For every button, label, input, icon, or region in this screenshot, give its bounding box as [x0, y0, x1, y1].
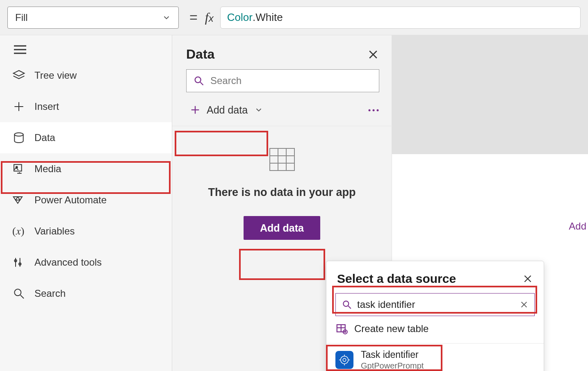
- search-icon: [193, 75, 205, 86]
- ai-model-icon: [335, 351, 353, 369]
- svg-line-35: [348, 306, 351, 309]
- result-subtitle: GptPowerPrompt: [361, 361, 424, 371]
- sidebar-item-label: Insert: [34, 101, 59, 112]
- search-placeholder: Search: [210, 75, 242, 86]
- formula-token-object: Color: [227, 11, 253, 24]
- media-icon: [12, 162, 25, 175]
- tools-icon: [12, 256, 25, 269]
- sidebar-item-label: Tree view: [34, 70, 77, 81]
- data-source-result-item[interactable]: Task identifier GptPowerPrompt: [326, 345, 544, 371]
- search-icon: [12, 287, 25, 300]
- chevron-down-icon: [254, 105, 263, 114]
- database-icon: [12, 131, 25, 144]
- svg-rect-27: [270, 148, 294, 171]
- clear-icon[interactable]: [520, 300, 529, 309]
- sidebar-item-search[interactable]: Search: [0, 278, 172, 309]
- search-value: task identifier: [357, 299, 515, 310]
- svg-marker-10: [18, 197, 22, 200]
- data-empty-state: There is no data in your app Add data: [172, 126, 392, 240]
- svg-point-25: [373, 109, 375, 112]
- svg-marker-9: [14, 197, 18, 200]
- svg-line-21: [201, 82, 203, 85]
- sidebar-item-label: Advanced tools: [34, 257, 102, 268]
- svg-marker-3: [14, 71, 25, 76]
- add-data-button[interactable]: Add data: [244, 216, 320, 240]
- svg-point-26: [377, 109, 379, 112]
- formula-token-dot: .: [253, 11, 255, 24]
- left-sidebar: Tree view Insert Data Media Power Automa…: [0, 35, 172, 371]
- sidebar-item-advanced-tools[interactable]: Advanced tools: [0, 247, 172, 278]
- more-horizontal-icon: [368, 109, 379, 112]
- popup-title: Select a data source: [337, 272, 456, 286]
- variable-icon: (𝑥): [12, 225, 24, 237]
- property-dropdown[interactable]: Fill: [7, 7, 179, 29]
- sidebar-item-label: Search: [34, 288, 66, 299]
- sidebar-item-label: Media: [34, 163, 61, 175]
- formula-input[interactable]: Color.White: [220, 7, 581, 29]
- divider: [326, 343, 544, 344]
- table-icon: [269, 148, 295, 171]
- svg-point-24: [369, 109, 371, 112]
- property-name: Fill: [15, 12, 28, 23]
- add-data-button-label: Add data: [260, 222, 304, 234]
- flow-icon: [12, 193, 25, 207]
- chevron-down-icon: [162, 13, 171, 22]
- add-link[interactable]: Add: [569, 221, 586, 232]
- sidebar-item-media[interactable]: Media: [0, 153, 172, 184]
- sidebar-item-label: Variables: [34, 225, 75, 237]
- fx-label: fx: [205, 10, 214, 25]
- sidebar-item-data[interactable]: Data: [0, 122, 172, 153]
- svg-point-6: [14, 133, 23, 136]
- sidebar-item-label: Power Automate: [34, 194, 107, 206]
- result-name: Task identifier: [361, 349, 424, 360]
- svg-point-16: [14, 289, 21, 296]
- add-data-label: Add data: [207, 104, 248, 116]
- empty-state-message: There is no data in your app: [172, 186, 392, 199]
- select-data-source-popup: Select a data source task identifier Cre…: [326, 261, 544, 371]
- create-table-icon: [335, 323, 348, 335]
- close-icon[interactable]: [522, 273, 533, 284]
- svg-point-45: [343, 358, 346, 362]
- plus-icon: [189, 104, 201, 116]
- hamburger-button[interactable]: [0, 35, 172, 60]
- layers-icon: [12, 69, 25, 82]
- sidebar-item-power-automate[interactable]: Power Automate: [0, 184, 172, 216]
- sidebar-item-variables[interactable]: (𝑥) Variables: [0, 216, 172, 247]
- equals-label: =: [189, 9, 198, 25]
- sidebar-item-label: Data: [34, 132, 55, 143]
- data-search-input[interactable]: Search: [186, 69, 379, 92]
- sidebar-item-insert[interactable]: Insert: [0, 91, 172, 122]
- data-panel-title: Data: [186, 47, 214, 62]
- search-icon: [342, 299, 352, 310]
- add-data-dropdown[interactable]: Add data: [186, 98, 269, 122]
- more-options-button[interactable]: [368, 106, 379, 114]
- formula-token-member: White: [255, 11, 283, 24]
- plus-icon: [12, 100, 25, 113]
- create-new-table-button[interactable]: Create new table: [326, 316, 544, 341]
- data-source-search-input[interactable]: task identifier: [335, 293, 535, 316]
- sidebar-item-tree-view[interactable]: Tree view: [0, 60, 172, 91]
- svg-point-20: [195, 77, 201, 83]
- create-new-table-label: Create new table: [354, 323, 428, 335]
- hamburger-icon: [14, 45, 26, 54]
- svg-line-17: [21, 295, 24, 298]
- svg-point-44: [341, 356, 349, 364]
- svg-marker-11: [16, 200, 20, 203]
- svg-point-34: [343, 301, 349, 306]
- formula-bar: Fill = fx Color.White: [0, 0, 588, 35]
- close-icon[interactable]: [367, 48, 379, 61]
